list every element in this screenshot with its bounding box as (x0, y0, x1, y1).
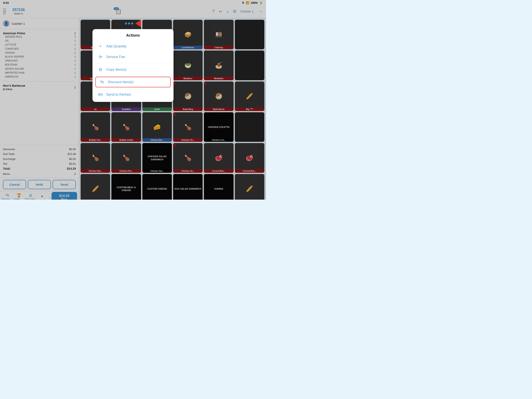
copy-items-icon: ⧉ (97, 67, 103, 72)
discount-items-icon: % (99, 80, 105, 84)
red-arrow (135, 20, 141, 27)
dot2 (128, 22, 130, 25)
add-quantity-action[interactable]: + Add Quantity (93, 41, 173, 51)
service-fee-modal-icon: ⟳ (97, 54, 103, 59)
modal-overlay[interactable]: Actions + Add Quantity ⟳ Service Fee ⧉ C… (0, 0, 266, 200)
dot3 (131, 22, 133, 25)
three-dots[interactable] (125, 22, 133, 25)
copy-items-label: Copy Item(s) (106, 68, 126, 72)
modal-divider1 (93, 63, 173, 64)
send-kitchen-label: Send to Kitchen (106, 92, 131, 97)
actions-modal: Actions + Add Quantity ⟳ Service Fee ⧉ C… (93, 29, 173, 102)
modal-title: Actions (93, 33, 173, 38)
modal-divider3 (93, 88, 173, 88)
discount-items-label: Discount Item(s) (108, 80, 134, 84)
modal-divider2 (93, 76, 173, 76)
dot1 (125, 22, 127, 25)
service-fee-action[interactable]: ⟳ Service Fee (93, 51, 173, 62)
service-fee-modal-label: Service Fee (106, 55, 125, 59)
dots-arrow-area (125, 20, 141, 27)
add-quantity-label: Add Quantity (106, 44, 127, 48)
discount-items-action[interactable]: % Discount Item(s) (95, 77, 171, 87)
copy-items-action[interactable]: ⧉ Copy Item(s) (93, 64, 173, 75)
add-quantity-icon: + (97, 44, 103, 49)
send-kitchen-icon: 🍽 (97, 92, 103, 97)
send-to-kitchen-action[interactable]: 🍽 Send to Kitchen (93, 89, 173, 100)
